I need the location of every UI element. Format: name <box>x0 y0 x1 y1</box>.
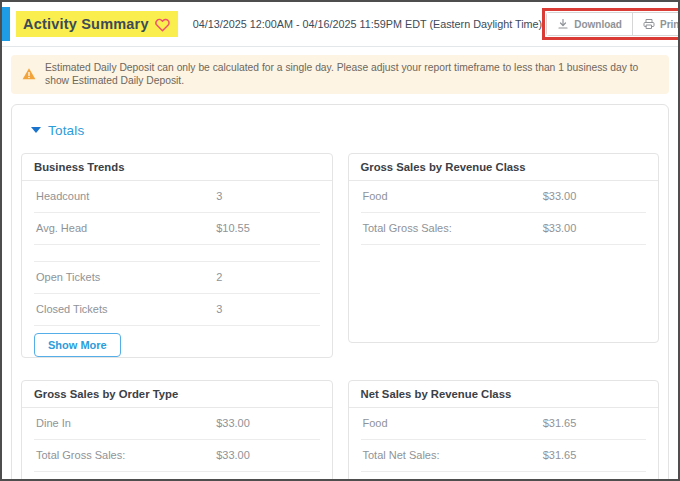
metric-value: 3 <box>216 303 317 315</box>
metric-label: Avg. Head <box>36 222 216 234</box>
metric-row-closed-tickets: Closed Tickets 3 <box>34 294 320 326</box>
metric-row-empty <box>34 245 320 262</box>
metric-row-food: Food $33.00 <box>361 181 647 213</box>
red-annotation-box: Download Print <box>542 8 680 40</box>
metric-value: $33.00 <box>216 417 317 429</box>
report-date-range: 04/13/2025 12:00AM - 04/16/2025 11:59PM … <box>193 18 543 30</box>
totals-collapse-toggle[interactable]: Totals <box>31 123 84 138</box>
metric-row-dine-in: Dine In $33.00 <box>34 408 320 440</box>
header-button-group: Download Print <box>546 12 680 36</box>
card-body: Headcount 3 Avg. Head $10.55 Open Ti <box>22 181 332 358</box>
metric-label: Food <box>363 417 543 429</box>
card-title: Gross Sales by Order Type <box>22 381 332 408</box>
metric-label: Headcount <box>36 190 216 202</box>
card-title: Business Trends <box>22 154 332 181</box>
triangle-down-icon <box>31 127 41 133</box>
metric-label: Closed Tickets <box>36 303 216 315</box>
metric-label: Dine In <box>36 417 216 429</box>
warning-banner: Estimated Daily Deposit can only be calc… <box>11 55 669 94</box>
show-more-button[interactable]: Show More <box>34 333 121 357</box>
metric-value: 3 <box>216 190 317 202</box>
card-body: Food $31.65 Total Net Sales: $31.65 <box>349 408 659 472</box>
metric-row-total-gross-sales: Total Gross Sales: $33.00 <box>361 213 647 245</box>
cards-grid: Business Trends Headcount 3 Avg. Head $1… <box>20 153 660 481</box>
metric-row-open-tickets: Open Tickets 2 <box>34 262 320 294</box>
card-title: Gross Sales by Revenue Class <box>349 154 659 181</box>
metric-label: Total Gross Sales: <box>36 449 216 461</box>
metric-value: $10.55 <box>216 222 317 234</box>
metric-label: Open Tickets <box>36 271 216 283</box>
metric-label: Total Net Sales: <box>363 449 543 461</box>
metric-label: Food <box>363 190 543 202</box>
metric-row-total-gross-sales: Total Gross Sales: $33.00 <box>34 440 320 472</box>
metric-value: $31.65 <box>543 449 644 461</box>
page-title: Activity Summary <box>23 16 149 32</box>
metric-label: Total Gross Sales: <box>363 222 543 234</box>
title-highlight: Activity Summary <box>16 11 178 37</box>
totals-label: Totals <box>48 123 84 138</box>
totals-container: Totals Business Trends Headcount 3 Avg. … <box>11 104 669 481</box>
warning-message: Estimated Daily Deposit can only be calc… <box>45 61 658 88</box>
left-accent-bar <box>2 7 10 41</box>
metric-row-food: Food $31.65 <box>361 408 647 440</box>
right-column: Gross Sales by Revenue Class Food $33.00… <box>348 153 660 481</box>
metric-value: 2 <box>216 271 317 283</box>
card-title: Net Sales by Revenue Class <box>349 381 659 408</box>
print-button[interactable]: Print <box>633 13 680 35</box>
download-button[interactable]: Download <box>547 13 632 35</box>
download-icon <box>557 18 569 30</box>
warning-triangle-icon <box>22 67 36 81</box>
card-net-sales-by-revenue-class: Net Sales by Revenue Class Food $31.65 T… <box>348 380 660 481</box>
card-business-trends: Business Trends Headcount 3 Avg. Head $1… <box>21 153 333 358</box>
download-label: Download <box>574 19 622 30</box>
print-icon <box>643 18 655 30</box>
print-label: Print <box>660 19 680 30</box>
page-header: Activity Summary 04/13/2025 12:00AM - 04… <box>2 2 678 47</box>
metric-value: $33.00 <box>543 222 644 234</box>
left-column: Business Trends Headcount 3 Avg. Head $1… <box>21 153 333 481</box>
card-body: Dine In $33.00 Total Gross Sales: $33.00 <box>22 408 332 472</box>
activity-summary-page: Activity Summary 04/13/2025 12:00AM - 04… <box>0 0 680 481</box>
metric-value: $33.00 <box>216 449 317 461</box>
card-gross-sales-by-order-type: Gross Sales by Order Type Dine In $33.00… <box>21 380 333 481</box>
card-body: Food $33.00 Total Gross Sales: $33.00 <box>349 181 659 245</box>
metric-row-avg-head: Avg. Head $10.55 <box>34 213 320 245</box>
metric-row-headcount: Headcount 3 <box>34 181 320 213</box>
metric-value: $31.65 <box>543 417 644 429</box>
favorite-heart-icon[interactable] <box>155 17 170 32</box>
metric-value: $33.00 <box>543 190 644 202</box>
metric-row-total-net-sales: Total Net Sales: $31.65 <box>361 440 647 472</box>
card-gross-sales-by-revenue-class: Gross Sales by Revenue Class Food $33.00… <box>348 153 660 343</box>
